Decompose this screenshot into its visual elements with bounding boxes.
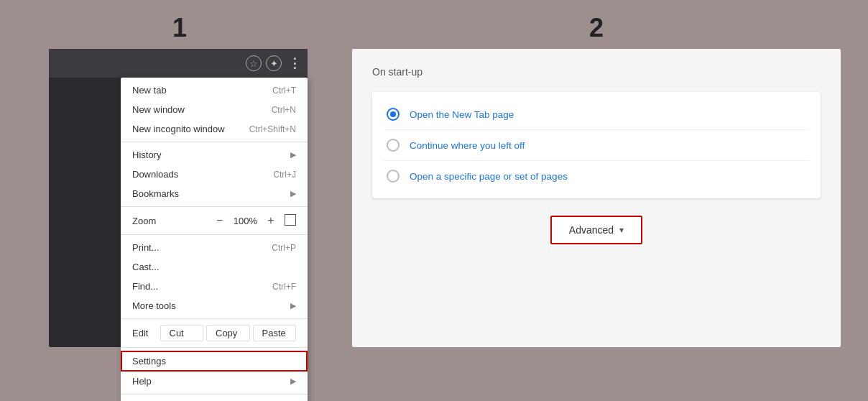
zoom-row: Zoom − 100% + <box>121 210 308 231</box>
radio-label-continue: Continue where you left off <box>410 140 525 151</box>
browser-panel: ☆ ✦ ⋮ New tab Ctrl+T New window Ctrl+N N… <box>49 49 308 347</box>
menu-item-new-incognito[interactable]: New incognito window Ctrl+Shift+N <box>121 119 308 139</box>
browser-topbar: ☆ ✦ ⋮ <box>49 49 308 78</box>
menu-item-find[interactable]: Find... Ctrl+F <box>121 277 308 296</box>
menu-divider-6 <box>121 394 308 395</box>
menu-item-cast[interactable]: Cast... <box>121 257 308 277</box>
zoom-value: 100% <box>228 216 263 226</box>
step2-number: 2 <box>589 13 604 43</box>
section-title: On start-up <box>372 66 821 78</box>
zoom-plus-button[interactable]: + <box>263 213 279 229</box>
cut-button[interactable]: Cut <box>160 325 204 341</box>
copy-button[interactable]: Copy <box>206 325 250 341</box>
menu-item-bookmarks[interactable]: Bookmarks ▶ <box>121 184 308 203</box>
radio-option-continue[interactable]: Continue where you left off <box>384 130 809 161</box>
menu-divider-5 <box>121 347 308 348</box>
extension-icon[interactable]: ✦ <box>266 55 282 71</box>
radio-circle-new-tab <box>387 108 400 121</box>
chrome-dropdown-menu: New tab Ctrl+T New window Ctrl+N New inc… <box>121 78 308 401</box>
radio-label-new-tab: Open the New Tab page <box>410 109 514 120</box>
radio-circle-continue <box>387 139 400 152</box>
paste-button[interactable]: Paste <box>253 325 297 341</box>
radio-label-specific: Open a specific page or set of pages <box>410 171 568 182</box>
radio-option-new-tab[interactable]: Open the New Tab page <box>384 99 809 130</box>
menu-item-more-tools[interactable]: More tools ▶ <box>121 296 308 315</box>
menu-icon[interactable]: ⋮ <box>286 55 302 71</box>
menu-item-new-window[interactable]: New window Ctrl+N <box>121 100 308 119</box>
bookmark-icon[interactable]: ☆ <box>246 55 262 71</box>
menu-item-history[interactable]: History ▶ <box>121 145 308 165</box>
advanced-arrow-icon: ▾ <box>619 225 624 235</box>
advanced-area: Advanced ▾ <box>372 216 821 244</box>
menu-divider-3 <box>121 234 308 235</box>
settings-panel: On start-up Open the New Tab page Contin… <box>352 49 841 347</box>
menu-item-settings[interactable]: Settings <box>121 351 308 372</box>
menu-item-downloads[interactable]: Downloads Ctrl+J <box>121 165 308 184</box>
advanced-button[interactable]: Advanced ▾ <box>550 216 642 244</box>
menu-divider-4 <box>121 318 308 319</box>
radio-option-specific[interactable]: Open a specific page or set of pages <box>384 161 809 191</box>
edit-row: Edit Cut Copy Paste <box>121 322 308 344</box>
step1-number: 1 <box>172 13 187 43</box>
fullscreen-icon <box>285 214 296 226</box>
menu-item-help[interactable]: Help ▶ <box>121 372 308 391</box>
advanced-button-label: Advanced <box>569 224 614 236</box>
settings-content: On start-up Open the New Tab page Contin… <box>352 49 841 262</box>
startup-card: Open the New Tab page Continue where you… <box>372 92 821 198</box>
menu-divider-1 <box>121 142 308 142</box>
menu-item-print[interactable]: Print... Ctrl+P <box>121 238 308 257</box>
zoom-minus-button[interactable]: − <box>212 213 228 229</box>
menu-item-new-tab[interactable]: New tab Ctrl+T <box>121 80 308 100</box>
menu-item-exit[interactable]: Exit <box>121 397 308 401</box>
fullscreen-button[interactable] <box>285 214 296 228</box>
radio-circle-specific <box>387 170 400 183</box>
menu-divider-2 <box>121 206 308 207</box>
